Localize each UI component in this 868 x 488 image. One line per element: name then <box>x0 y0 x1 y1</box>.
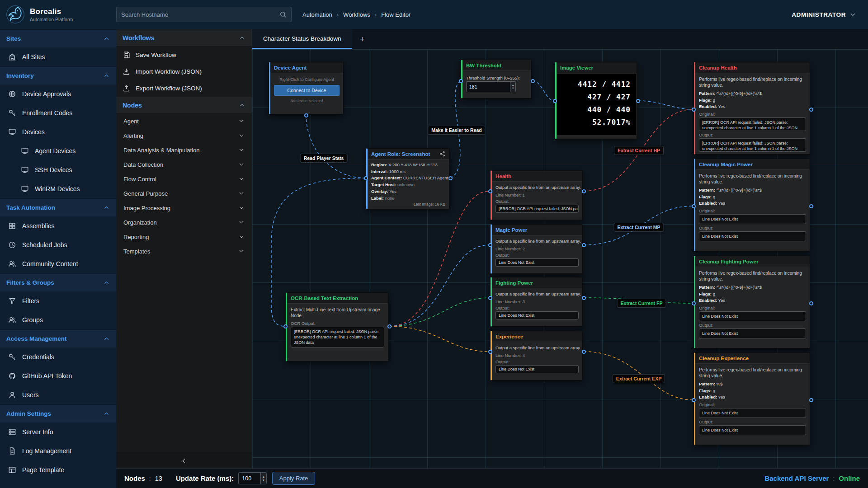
node-cleanup-experience[interactable]: Cleanup Experience Performs live regex-b… <box>694 352 810 445</box>
threshold-value-field[interactable] <box>467 82 510 92</box>
apply-rate-button[interactable]: Apply Rate <box>272 472 316 485</box>
number-stepper[interactable]: ▴▾ <box>510 82 515 92</box>
sidebar-item-enrollment-codes[interactable]: Enrollment Codes <box>0 103 116 122</box>
sidebar-item-credentials[interactable]: Credentials <box>0 347 116 366</box>
sidebar-section-admin-settings[interactable]: Admin Settings <box>0 404 116 422</box>
connector-dot[interactable] <box>582 296 586 300</box>
sidebar-item-filters[interactable]: Filters <box>0 291 116 310</box>
sidebar-item-ssh-devices[interactable]: SSH Devices <box>0 160 116 179</box>
sidebar-item-assemblies[interactable]: Assemblies <box>0 216 116 235</box>
connector-dot[interactable] <box>809 398 813 402</box>
user-menu[interactable]: ADMINISTRATOR <box>792 11 856 18</box>
export-workflow-button[interactable]: Export Workflow (JSON) <box>116 80 252 97</box>
connector-dot[interactable] <box>692 108 696 112</box>
node-category-image-processing[interactable]: Image Processing <box>116 201 252 215</box>
node-category-alerting[interactable]: Alerting <box>116 128 252 143</box>
node-image-viewer[interactable]: Image Viewer 4412 / 4412 427 / 427 440 /… <box>555 62 637 139</box>
breadcrumb-workflows[interactable]: Workflows <box>343 11 370 18</box>
sidebar-item-github-api-token[interactable]: GitHub API Token <box>0 366 116 385</box>
breadcrumb-flow-editor[interactable]: Flow Editor <box>381 11 410 18</box>
connector-dot[interactable] <box>809 204 813 208</box>
connector-dot[interactable] <box>488 243 492 247</box>
category-label: Reporting <box>123 234 149 240</box>
sidebar-item-server-info[interactable]: Server Info <box>0 422 116 441</box>
sidebar-item-all-sites[interactable]: All Sites <box>0 47 116 66</box>
connector-dot[interactable] <box>488 189 492 193</box>
sidebar-section-sites[interactable]: Sites <box>0 29 116 47</box>
share-icon[interactable] <box>439 151 445 157</box>
node-cleanup-health[interactable]: Cleanup Health Performs live regex-based… <box>694 62 810 155</box>
number-stepper[interactable]: ▴▾ <box>260 473 266 484</box>
node-cleanup-fighting-power[interactable]: Cleanup Fighting Power Performs live reg… <box>694 256 810 348</box>
connector-dot[interactable] <box>809 108 813 112</box>
node-fighting-power[interactable]: Fighting Power Output a specific line fr… <box>491 277 583 327</box>
sidebar-item-groups[interactable]: Groups <box>0 310 116 329</box>
node-category-data-collection[interactable]: Data Collection <box>116 157 252 172</box>
connector-dot[interactable] <box>809 301 813 305</box>
connector-dot[interactable] <box>364 176 368 180</box>
sidebar-section-access-management[interactable]: Access Management <box>0 329 116 347</box>
flow-canvas[interactable]: Read Player Stats Make it Easier to Read… <box>252 49 868 468</box>
connector-dot[interactable] <box>553 99 557 103</box>
node-cleanup-magic-power[interactable]: Cleanup Magic Power Performs live regex-… <box>694 159 810 251</box>
node-experience[interactable]: Experience Output a specific line from a… <box>491 331 583 380</box>
node-health[interactable]: Health Output a specific line from an up… <box>491 170 583 220</box>
sidebar-item-winrm-devices[interactable]: WinRM Devices <box>0 179 116 198</box>
connect-to-device-button[interactable]: Connect to Device <box>274 85 340 96</box>
node-device-agent[interactable]: Device Agent Right-Click to Configure Ag… <box>269 62 344 114</box>
connector-dot[interactable] <box>692 301 696 305</box>
original-label: Original: <box>699 305 806 310</box>
update-rate-input[interactable]: ▴▾ <box>238 472 267 484</box>
sidebar-item-agent-devices[interactable]: Agent Devices <box>0 141 116 160</box>
sidebar-item-page-template[interactable]: Page Template <box>0 460 116 479</box>
connector-dot[interactable] <box>582 243 586 247</box>
nodes-section-header[interactable]: Nodes <box>116 97 252 114</box>
sidebar-item-community-content[interactable]: Community Content <box>0 254 116 273</box>
node-category-data-analysis[interactable]: Data Analysis & Manipulation <box>116 143 252 157</box>
tab-character-status-breakdown[interactable]: Character Status Breakdown <box>252 29 352 49</box>
sidebar-item-users[interactable]: Users <box>0 385 116 404</box>
connector-dot[interactable] <box>488 350 492 354</box>
sidebar-section-filters-groups[interactable]: Filters & Groups <box>0 273 116 291</box>
sidebar-item-devices[interactable]: Devices <box>0 122 116 141</box>
connector-dot[interactable] <box>582 350 586 354</box>
update-rate-field[interactable] <box>239 473 260 484</box>
node-bw-threshold[interactable]: BW Threshold Threshold Strength (0–255):… <box>461 60 532 99</box>
workflows-section-header[interactable]: Workflows <box>116 29 252 47</box>
node-category-flow-control[interactable]: Flow Control <box>116 172 252 186</box>
add-tab-button[interactable]: + <box>352 29 373 49</box>
node-category-agent[interactable]: Agent <box>116 114 252 128</box>
threshold-input[interactable]: ▴▾ <box>466 81 516 92</box>
connector-dot[interactable] <box>448 176 453 180</box>
node-magic-power[interactable]: Magic Power Output a specific line from … <box>491 224 583 274</box>
collapse-panel-button[interactable] <box>116 453 252 468</box>
connector-dot[interactable] <box>304 113 308 117</box>
breadcrumb-automation[interactable]: Automation <box>302 11 332 18</box>
hostname-search[interactable] <box>116 7 292 22</box>
connector-dot[interactable] <box>692 204 696 208</box>
save-workflow-button[interactable]: Save Workflow <box>116 47 252 63</box>
connector-dot[interactable] <box>459 79 463 83</box>
connector-dot[interactable] <box>582 189 586 193</box>
node-category-organization[interactable]: Organization <box>116 215 252 230</box>
sidebar-section-task-automation[interactable]: Task Automation <box>0 198 116 216</box>
connector-dot[interactable] <box>531 79 535 83</box>
node-category-reporting[interactable]: Reporting <box>116 230 252 244</box>
node-ocr-text-extraction[interactable]: OCR-Based Text Extraction Extract Multi-… <box>286 292 388 361</box>
sidebar-item-device-approvals[interactable]: Device Approvals <box>0 84 116 103</box>
sidebar-item-scheduled-jobs[interactable]: Scheduled Jobs <box>0 235 116 254</box>
connector-dot[interactable] <box>692 398 696 402</box>
import-workflow-button[interactable]: Import Workflow (JSON) <box>116 63 252 80</box>
sidebar-item-log-management[interactable]: Log Management <box>0 441 116 460</box>
connector-dot[interactable] <box>387 324 392 328</box>
node-category-general-purpose[interactable]: General Purpose <box>116 186 252 201</box>
output-value: Line Does Not Exist <box>699 425 806 435</box>
node-agent-role-screenshot[interactable]: Agent Role: Screenshot Region: X:200 Y:4… <box>366 148 449 209</box>
connector-dot[interactable] <box>283 324 288 328</box>
sidebar-section-inventory[interactable]: Inventory <box>0 66 116 84</box>
flags-label: Flags: <box>699 98 712 103</box>
search-input[interactable] <box>121 11 279 18</box>
connector-dot[interactable] <box>488 296 492 300</box>
connector-dot[interactable] <box>636 99 640 103</box>
node-category-templates[interactable]: Templates <box>116 244 252 258</box>
